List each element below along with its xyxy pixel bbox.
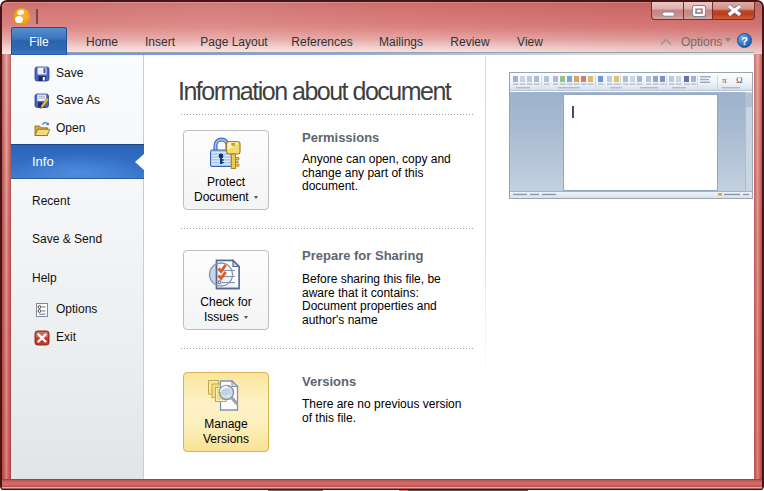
svg-text:Ω: Ω: [736, 75, 743, 85]
svg-text:π: π: [722, 75, 727, 85]
